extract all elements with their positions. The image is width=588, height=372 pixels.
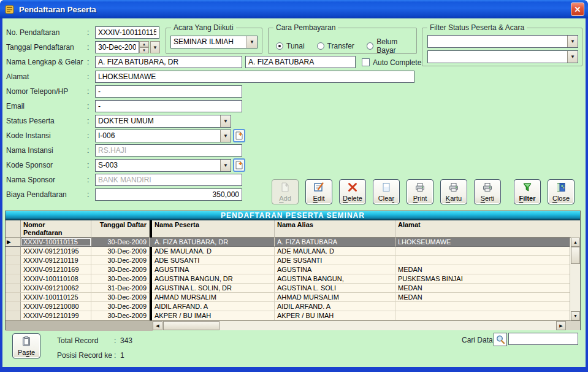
cell-nomor[interactable]: XXXIV-091210062: [21, 284, 91, 293]
cell-alias[interactable]: A. FIZA BATUBARA: [275, 238, 395, 247]
chevron-down-icon[interactable]: ▼: [567, 51, 578, 63]
telepon-input[interactable]: [95, 85, 242, 98]
scroll-left-icon[interactable]: ◀: [153, 321, 162, 330]
close-icon[interactable]: ✕: [571, 2, 584, 16]
autocomplete-checkbox[interactable]: [362, 58, 370, 66]
cell-alias[interactable]: AHMAD MURSALIM: [275, 293, 395, 302]
radio-icon[interactable]: [317, 42, 324, 50]
spin-down-icon[interactable]: ▼: [139, 47, 149, 53]
chevron-down-icon[interactable]: ▼: [220, 115, 231, 127]
edit-button[interactable]: Edit: [305, 179, 332, 204]
table-row[interactable]: XXXIV-09121019930-Dec-2009AKPER / BU IMA…: [6, 311, 571, 320]
delete-button[interactable]: Delete: [339, 179, 366, 204]
col-tanggal[interactable]: Tanggal Daftar: [91, 220, 150, 238]
cell-alamat[interactable]: PUSKESMAS BINJAI: [395, 274, 571, 284]
cell-nomor[interactable]: XXXIV-100110115: [21, 238, 91, 247]
print-button[interactable]: Print: [407, 179, 433, 204]
scroll-up-icon[interactable]: ▲: [571, 238, 580, 247]
cell-nomor[interactable]: XXXIV-100110108: [21, 274, 91, 284]
kode-instansi-combobox[interactable]: I-006 ▼: [95, 130, 231, 142]
col-peserta[interactable]: Nama Peserta: [152, 220, 275, 238]
col-alamat[interactable]: Alamat: [395, 220, 571, 238]
cell-peserta[interactable]: ADE SUSANTI: [152, 256, 275, 265]
row-selector[interactable]: [6, 274, 21, 284]
row-selector[interactable]: [6, 247, 21, 256]
kartu-button[interactable]: Kartu: [440, 179, 467, 204]
cell-tanggal[interactable]: 30-Dec-2009: [91, 293, 150, 302]
row-selector[interactable]: [6, 293, 21, 302]
cell-tanggal[interactable]: 30-Dec-2009: [91, 256, 150, 265]
vscroll-thumb[interactable]: [571, 247, 580, 264]
table-row[interactable]: XXXIV-09121019530-Dec-2009ADE MAULANA. D…: [6, 247, 571, 256]
close-button[interactable]: Close: [548, 179, 575, 204]
cell-tanggal[interactable]: 30-Dec-2009: [91, 247, 150, 256]
table-row[interactable]: XXXIV-10011012530-Dec-2009AHMAD MURSALIM…: [6, 293, 571, 302]
kode-sponsor-combobox[interactable]: S-003 ▼: [95, 159, 231, 172]
vertical-scrollbar[interactable]: ▲ ▼: [570, 238, 580, 320]
table-row[interactable]: XXXIV-10011010830-Dec-2009AGUSTINA BANGU…: [6, 274, 571, 284]
add-sponsor-button[interactable]: [233, 158, 245, 172]
cell-nomor[interactable]: XXXIV-091210195: [21, 247, 91, 256]
table-row[interactable]: XXXIV-09121008030-Dec-2009AIDIL ARFAND. …: [6, 302, 571, 311]
acara-combobox[interactable]: SEMINAR ILMIAH ▼: [170, 36, 258, 48]
row-selector[interactable]: [6, 265, 21, 274]
cell-alamat[interactable]: LHOKSEUMAWE: [395, 238, 571, 247]
no-pendaftaran-input[interactable]: [95, 26, 159, 39]
cell-alias[interactable]: AIDIL ARFAND. A: [275, 302, 395, 311]
cell-alamat[interactable]: [395, 311, 571, 320]
nama-alias-input[interactable]: [245, 56, 356, 68]
radio-icon[interactable]: [367, 42, 373, 50]
cell-tanggal[interactable]: 30-Dec-2009: [91, 302, 150, 311]
chevron-down-icon[interactable]: ▼: [246, 36, 257, 48]
row-selector[interactable]: [6, 256, 21, 265]
search-icon[interactable]: [494, 333, 507, 346]
serti-button[interactable]: Serti: [474, 179, 501, 204]
cell-nomor[interactable]: XXXIV-091210119: [21, 256, 91, 265]
table-row[interactable]: XXXIV-09121016930-Dec-2009AGUSTINAAGUSTI…: [6, 265, 571, 274]
clear-button[interactable]: Clear: [373, 179, 400, 204]
email-input[interactable]: [95, 100, 242, 112]
cell-peserta[interactable]: AHMAD MURSALIM: [152, 293, 275, 302]
cari-data-input[interactable]: [508, 333, 578, 345]
chevron-down-icon[interactable]: ▼: [220, 130, 231, 142]
table-row[interactable]: XXXIV-09121011930-Dec-2009ADE SUSANTIADE…: [6, 256, 571, 265]
row-selector[interactable]: [6, 284, 21, 293]
chevron-down-icon[interactable]: ▼: [567, 36, 578, 47]
cell-tanggal[interactable]: 30-Dec-2009: [91, 265, 150, 274]
radio-belum-bayar[interactable]: Belum Bayar: [367, 37, 416, 55]
tanggal-pendaftaran-input[interactable]: [95, 41, 139, 53]
table-row[interactable]: XXXIV-09121006231-Dec-2009AGUSTINA L. SO…: [6, 284, 571, 293]
cell-nomor[interactable]: XXXIV-100110125: [21, 293, 91, 302]
scroll-right-icon[interactable]: ▶: [556, 321, 566, 330]
radio-icon[interactable]: [276, 42, 283, 50]
cell-alamat[interactable]: MEDAN: [395, 265, 571, 274]
cell-alias[interactable]: ADE MAULANA. D: [275, 247, 395, 256]
add-instansi-button[interactable]: [233, 129, 245, 142]
scroll-down-icon[interactable]: ▼: [571, 311, 580, 320]
nama-lengkap-input[interactable]: [95, 56, 242, 68]
cell-alias[interactable]: AGUSTINA L. SOLI: [275, 284, 395, 293]
cell-tanggal[interactable]: 30-Dec-2009: [91, 274, 150, 284]
radio-tunai[interactable]: Tunai: [276, 37, 305, 55]
cell-alias[interactable]: AGUSTINA BANGUN,: [275, 274, 395, 284]
cell-alamat[interactable]: MEDAN: [395, 284, 571, 293]
cell-peserta[interactable]: AKPER / BU IMAH: [152, 311, 275, 320]
cell-alias[interactable]: AKPER / BU IMAH: [275, 311, 395, 320]
row-selector[interactable]: [6, 311, 21, 320]
cell-tanggal[interactable]: 31-Dec-2009: [91, 284, 150, 293]
table-row[interactable]: ▶XXXIV-10011011530-Dec-2009A. FIZA BATUB…: [6, 238, 571, 247]
autocomplete-label[interactable]: Auto Complete: [373, 58, 421, 67]
filter-button[interactable]: Filter: [514, 179, 541, 204]
alamat-input[interactable]: [95, 71, 414, 83]
cell-peserta[interactable]: A. FIZA BATUBARA, DR: [152, 238, 275, 247]
date-spinner[interactable]: ▲▼: [139, 41, 149, 53]
row-selector[interactable]: ▶: [6, 238, 21, 247]
cell-alias[interactable]: AGUSTINA: [275, 265, 395, 274]
cell-nomor[interactable]: XXXIV-091210080: [21, 302, 91, 311]
cell-alias[interactable]: ADE SUSANTI: [275, 256, 395, 265]
cell-alamat[interactable]: [395, 256, 571, 265]
cell-nomor[interactable]: XXXIV-091210199: [21, 311, 91, 320]
hscroll-thumb[interactable]: [163, 321, 220, 330]
col-alias[interactable]: Nama Alias: [275, 220, 395, 238]
cell-peserta[interactable]: AGUSTINA L. SOLIN, DR: [152, 284, 275, 293]
